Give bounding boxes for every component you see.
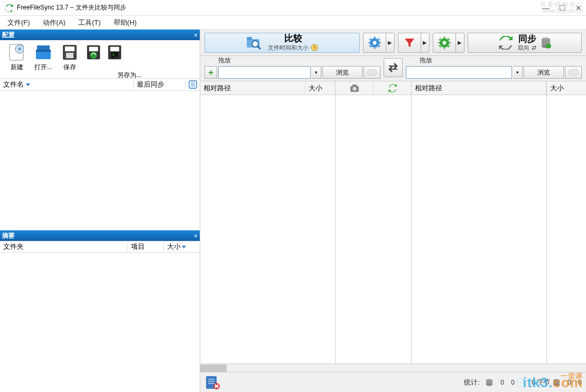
svg-point-38 [442, 41, 446, 44]
svg-rect-29 [374, 36, 375, 39]
col-items[interactable]: 项目 [128, 242, 164, 251]
sync-settings-button[interactable] [433, 33, 456, 53]
right-path-input[interactable] [406, 66, 512, 79]
menu-help[interactable]: 帮助(H) [109, 17, 141, 29]
summary-list[interactable] [0, 253, 200, 392]
window-title: FreeFileSync 13.7 – 文件夹比较与同步 [17, 3, 542, 12]
compare-settings-button[interactable] [363, 33, 386, 53]
summary-panel-close[interactable]: × [193, 232, 198, 240]
config-list[interactable] [0, 91, 200, 230]
db-left-icon [485, 378, 494, 387]
svg-text:>_: >_ [112, 53, 117, 58]
col-right-size[interactable]: 大小 [547, 81, 586, 95]
svg-rect-5 [36, 50, 51, 52]
scrollbar-thumb[interactable] [200, 365, 227, 372]
magnifier-folder-icon [246, 35, 264, 51]
swap-sides-button[interactable] [384, 58, 403, 77]
saveas-sync-icon [83, 42, 104, 62]
left-grid-body[interactable] [200, 95, 335, 363]
col-left-relpath[interactable]: 相对路径 [200, 81, 305, 95]
db-right-icon [552, 378, 561, 387]
menu-action[interactable]: 动作(A) [39, 17, 70, 29]
col-filename[interactable]: 文件名 [0, 80, 133, 89]
right-path-dropdown[interactable]: ▾ [513, 66, 523, 79]
svg-point-63 [486, 383, 492, 386]
minimize-button[interactable]: — [542, 4, 550, 12]
funnel-icon [403, 36, 416, 49]
svg-rect-21 [247, 37, 252, 40]
filter-dropdown[interactable]: ▶ [421, 33, 430, 53]
col-size[interactable]: 大小 [164, 242, 200, 251]
config-list-header: 文件名 最后同步 [0, 78, 200, 91]
left-browse-button[interactable]: 浏览 [322, 66, 362, 79]
summary-panel-header: 摘要 × [0, 230, 200, 241]
horizontal-scrollbar[interactable] [200, 363, 586, 372]
log-button[interactable] [204, 375, 221, 390]
svg-rect-8 [66, 53, 73, 58]
status-bar: 统计: 0 0 📄 0 字节 0 0 [200, 372, 586, 392]
clock-icon [311, 44, 318, 51]
saveas-batch-icon: >_ [104, 42, 125, 62]
right-grid-body-2[interactable] [547, 95, 586, 363]
col-right-relpath[interactable]: 相对路径 [412, 81, 546, 95]
sync-small-icon [388, 83, 397, 93]
left-cloud-button[interactable] [364, 66, 380, 79]
right-browse-button[interactable]: 浏览 [524, 66, 564, 79]
compare-settings-dropdown[interactable]: ▶ [386, 33, 395, 53]
stats-values: 0 0 📄 0 字节 0 0 [485, 378, 582, 387]
config-panel-close[interactable]: × [193, 31, 198, 39]
right-grid-body[interactable] [412, 95, 546, 363]
sort-indicator-icon [26, 83, 30, 86]
left-path-dropdown[interactable]: ▾ [312, 66, 321, 79]
database-icon [541, 37, 551, 49]
right-cloud-button[interactable] [565, 66, 582, 79]
col-folder[interactable]: 文件夹 [0, 242, 128, 251]
action-bar: 比较 文件时间和大小 ▶ ▶ [200, 30, 586, 56]
sort-indicator-icon [182, 246, 186, 248]
svg-rect-42 [448, 42, 451, 43]
file-count-icon: 📄 [517, 379, 525, 386]
sync-settings-dropdown[interactable]: ▶ [456, 33, 464, 53]
save-config-button[interactable]: 保存 [57, 42, 82, 72]
svg-rect-31 [368, 42, 371, 43]
left-path-input[interactable] [218, 66, 311, 79]
svg-text:+: + [17, 45, 21, 53]
add-pair-button[interactable]: ＋ [204, 66, 217, 79]
svg-rect-39 [444, 36, 445, 39]
svg-rect-3 [37, 45, 50, 50]
svg-point-50 [546, 43, 551, 49]
view-category-button[interactable] [336, 81, 374, 95]
saveas-sync-button[interactable]: . [83, 42, 104, 70]
menu-file[interactable]: 文件(F) [3, 17, 34, 29]
menu-tools[interactable]: 工具(T) [74, 17, 105, 29]
main-area: 比较 文件时间和大小 ▶ ▶ [200, 30, 586, 392]
maximize-button[interactable]: ☐ [559, 4, 566, 12]
compare-button[interactable]: 比较 文件时间和大小 [204, 33, 360, 53]
svg-rect-10 [89, 47, 98, 52]
new-config-button[interactable]: + 新建 [4, 42, 30, 72]
summary-header: 文件夹 项目 大小 [0, 241, 200, 253]
filter-button[interactable] [398, 33, 421, 53]
config-panel-header: 配置 × [0, 30, 200, 40]
sync-button[interactable]: 同步 双向 ⇄ [468, 33, 582, 53]
blue-gear-icon [368, 36, 381, 49]
camera-icon [350, 84, 359, 92]
app-icon [4, 3, 14, 13]
center-grid-body[interactable] [336, 95, 411, 363]
svg-rect-13 [110, 47, 119, 52]
svg-rect-7 [65, 46, 75, 51]
left-sidebar: 配置 × + 新建 打开... 保存 [0, 30, 200, 392]
green-gear-icon [438, 36, 451, 49]
folder-pair-row: 拖放 ＋ ▾ 浏览 拖放 ▾ 浏览 [200, 56, 586, 81]
saveas-batch-button[interactable]: >_ . [105, 42, 125, 70]
menu-bar: 文件(F) 动作(A) 工具(T) 帮助(H) [0, 16, 586, 30]
col-last-sync[interactable]: 最后同步 [133, 80, 185, 89]
svg-rect-40 [444, 46, 445, 49]
open-config-button[interactable]: 打开... [31, 42, 56, 72]
two-way-icon: ⇄ [532, 44, 536, 51]
config-list-toggle[interactable] [185, 80, 200, 89]
close-button[interactable]: ✕ [575, 4, 582, 12]
view-action-button[interactable] [374, 81, 411, 95]
svg-rect-41 [438, 42, 441, 43]
col-left-size[interactable]: 大小 [305, 81, 335, 95]
